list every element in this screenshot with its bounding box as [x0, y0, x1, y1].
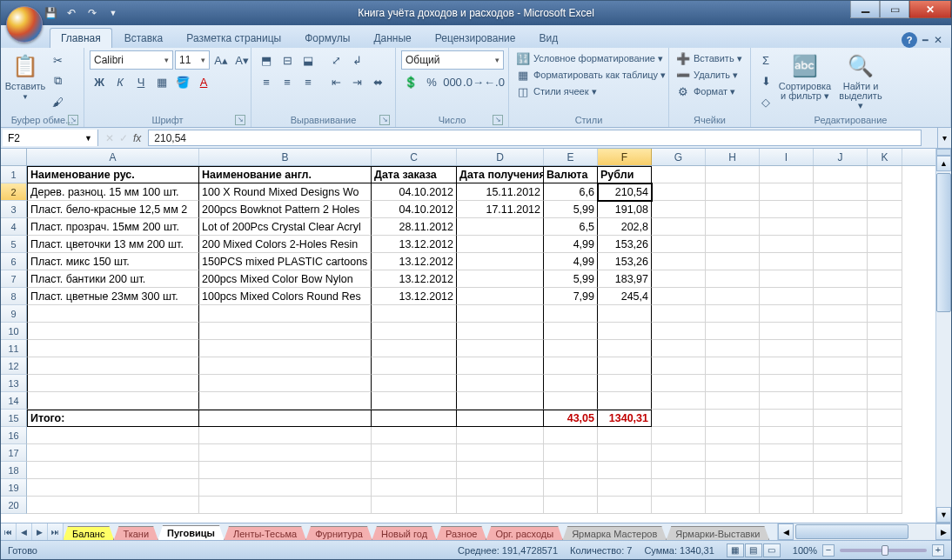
cell[interactable]: [544, 305, 598, 323]
border-button[interactable]: ▦: [152, 72, 171, 91]
cell[interactable]: [706, 375, 760, 392]
shrink-font-button[interactable]: A▾: [232, 50, 251, 70]
sheet-tab[interactable]: Орг. расходы: [486, 526, 563, 540]
cell[interactable]: [544, 392, 598, 410]
cell[interactable]: 4,99: [544, 236, 598, 253]
cell[interactable]: [652, 288, 706, 305]
row-header[interactable]: 10: [1, 323, 27, 340]
cell[interactable]: [598, 305, 652, 323]
cell[interactable]: [868, 444, 902, 462]
cell[interactable]: [652, 305, 706, 323]
cell[interactable]: 200 Mixed Colors 2-Holes Resin: [199, 236, 372, 253]
ribbon-tab[interactable]: Рецензирование: [424, 28, 527, 48]
row-header[interactable]: 2: [1, 183, 27, 201]
cell[interactable]: [27, 375, 199, 392]
cell[interactable]: 43,05: [544, 410, 598, 427]
cell[interactable]: 04.10.2012: [372, 201, 457, 218]
cell[interactable]: Наименование англ.: [199, 166, 372, 183]
column-header[interactable]: G: [652, 149, 706, 165]
column-header[interactable]: A: [27, 149, 199, 165]
column-header[interactable]: E: [544, 149, 598, 165]
cell[interactable]: [27, 497, 199, 514]
cell[interactable]: [760, 375, 814, 392]
cell[interactable]: [457, 253, 544, 270]
window-minimize-button[interactable]: [850, 1, 880, 18]
cell[interactable]: [652, 253, 706, 270]
align-bottom-button[interactable]: ⬓: [298, 50, 318, 70]
cell[interactable]: [868, 323, 902, 340]
cell[interactable]: [814, 183, 868, 201]
cell[interactable]: [199, 410, 372, 427]
cell[interactable]: [814, 201, 868, 218]
cell[interactable]: [814, 410, 868, 427]
cell[interactable]: [544, 357, 598, 375]
cell[interactable]: [199, 479, 372, 497]
fx-icon[interactable]: fx: [133, 132, 141, 144]
format-painter-button[interactable]: 🖌: [48, 92, 67, 111]
cell[interactable]: 13.12.2012: [372, 236, 457, 253]
cell[interactable]: [457, 323, 544, 340]
bold-button[interactable]: Ж: [90, 72, 109, 91]
grow-font-button[interactable]: A▴: [211, 50, 231, 70]
cell[interactable]: Пласт. бантики 200 шт.: [27, 270, 199, 288]
accounting-format-button[interactable]: 💲: [401, 72, 420, 91]
cell[interactable]: 153,26: [598, 253, 652, 270]
format-as-table-button[interactable]: ▦Форматировать как таблицу ▾: [514, 67, 667, 83]
cell[interactable]: [868, 270, 902, 288]
sort-filter-button[interactable]: 🔤 Сортировка и фильтр ▾: [779, 50, 831, 103]
cell[interactable]: [868, 392, 902, 410]
cell[interactable]: [868, 218, 902, 236]
cell[interactable]: [760, 201, 814, 218]
column-header[interactable]: D: [457, 149, 544, 165]
sheet-tab[interactable]: Ленты-Тесьма: [224, 526, 306, 540]
sheet-tab[interactable]: Ярмарка Мастеров: [562, 526, 667, 540]
sheet-nav-next[interactable]: ▶: [32, 523, 48, 540]
cell[interactable]: 191,08: [598, 201, 652, 218]
cell[interactable]: [544, 375, 598, 392]
ribbon-tab[interactable]: Формулы: [293, 28, 361, 48]
dialog-launcher-icon[interactable]: ↘: [379, 115, 390, 125]
cell[interactable]: Пласт. микс 150 шт.: [27, 253, 199, 270]
cell[interactable]: [760, 270, 814, 288]
sheet-tab[interactable]: Фурнитура: [305, 526, 372, 540]
sheet-tab[interactable]: Разное: [436, 526, 486, 540]
cell[interactable]: Валюта: [544, 166, 598, 183]
cell[interactable]: [598, 323, 652, 340]
column-header[interactable]: B: [199, 149, 372, 165]
cell[interactable]: [457, 305, 544, 323]
row-header[interactable]: 11: [1, 340, 27, 357]
cell[interactable]: [814, 218, 868, 236]
cell[interactable]: [598, 340, 652, 357]
cell[interactable]: [372, 479, 457, 497]
cell[interactable]: Пласт. прозрач. 15мм 200 шт.: [27, 218, 199, 236]
cell[interactable]: Дерев. разноц. 15 мм 100 шт.: [27, 183, 199, 201]
cell[interactable]: [372, 392, 457, 410]
cell[interactable]: [544, 444, 598, 462]
cell[interactable]: [814, 236, 868, 253]
cell[interactable]: [760, 236, 814, 253]
cell[interactable]: 6,5: [544, 218, 598, 236]
cell[interactable]: [27, 323, 199, 340]
cell[interactable]: [760, 479, 814, 497]
font-name-combo[interactable]: Calibri▾: [90, 50, 173, 70]
row-header[interactable]: 1: [1, 166, 27, 183]
cell[interactable]: [652, 183, 706, 201]
cell[interactable]: [760, 427, 814, 444]
italic-button[interactable]: К: [111, 72, 130, 91]
cell[interactable]: Lot of 200Pcs Crystal Clear Acryl: [199, 218, 372, 236]
cell[interactable]: [27, 305, 199, 323]
cell[interactable]: [652, 427, 706, 444]
column-header[interactable]: J: [814, 149, 868, 165]
cell[interactable]: [868, 236, 902, 253]
cell[interactable]: [27, 479, 199, 497]
cell[interactable]: 200pcs Mixed Color Bow Nylon: [199, 270, 372, 288]
cell[interactable]: 5,99: [544, 270, 598, 288]
cell[interactable]: [868, 340, 902, 357]
cell[interactable]: [814, 497, 868, 514]
column-header[interactable]: H: [706, 149, 760, 165]
cell[interactable]: [706, 288, 760, 305]
cell[interactable]: [868, 462, 902, 479]
insert-cells-button[interactable]: ➕Вставить ▾: [674, 50, 744, 66]
cell[interactable]: [652, 323, 706, 340]
cell[interactable]: [706, 236, 760, 253]
